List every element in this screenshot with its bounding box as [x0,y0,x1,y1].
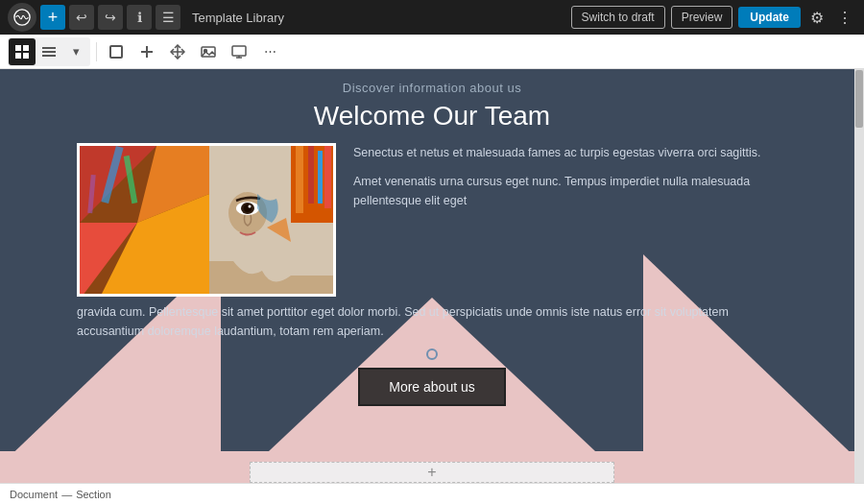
right-text-block: Senectus et netus et malesuada fames ac … [353,143,787,220]
scrollbar[interactable] [854,69,864,483]
more-options-icon[interactable]: ⋮ [833,9,856,27]
svg-rect-2 [23,45,29,51]
page-content: Discover information about us Welcome Ou… [0,69,864,504]
block-grid-view-button[interactable] [9,38,36,65]
status-section: Section [76,489,111,500]
block-monitor-button[interactable] [226,38,252,65]
top-bar: + ↩ ↪ ℹ ☰ Template Library Switch to dra… [0,0,864,35]
add-section-area[interactable]: + [250,462,614,483]
status-separator: — [61,489,72,500]
page-title: Welcome Our Team [314,101,550,132]
svg-rect-6 [42,51,56,53]
svg-rect-4 [23,53,29,59]
paragraph-2-partial: Amet venenatis urna cursus eget nunc. Te… [353,172,787,210]
page-subtitle: Discover information about us [343,81,521,95]
svg-point-32 [249,205,252,208]
undo-button[interactable]: ↩ [69,5,94,30]
svg-rect-3 [15,53,21,59]
svg-rect-35 [308,146,314,204]
svg-rect-34 [296,146,303,213]
block-type-group: ▾ [8,37,90,66]
block-square-button[interactable] [103,38,130,65]
canvas-area: Discover information about us Welcome Ou… [0,69,864,504]
editor-title: Template Library [192,11,284,25]
svg-rect-7 [42,55,56,57]
svg-rect-8 [110,46,122,58]
status-document: Document [10,489,58,500]
update-button[interactable]: Update [738,7,801,28]
paragraph-1: Senectus et netus et malesuada fames ac … [353,143,787,162]
info-button[interactable]: ℹ [127,5,152,30]
status-bar: Document — Section [0,483,864,504]
block-image-button[interactable] [195,38,222,65]
wordpress-logo[interactable] [8,3,36,32]
dot-indicator[interactable] [426,348,438,360]
toolbar-separator-1 [96,42,97,61]
full-paragraph: gravida cum. Pellentesque sit amet portt… [0,302,864,341]
settings-icon[interactable]: ⚙ [806,9,828,27]
add-section-icon: + [427,464,436,481]
toolbar-row: ▾ ⋯ [0,35,864,69]
top-bar-left: + ↩ ↪ ℹ ☰ Template Library [8,3,292,32]
canvas-wrapper: Discover information about us Welcome Ou… [0,69,864,504]
scrollbar-thumb [855,70,863,128]
preview-button[interactable]: Preview [671,6,733,29]
block-chevron-button[interactable]: ▾ [62,38,89,65]
content-row: Senectus et netus et malesuada fames ac … [0,143,864,297]
list-view-button[interactable]: ☰ [156,5,180,30]
svg-rect-15 [232,46,246,56]
block-move-button[interactable] [164,38,191,65]
more-about-button[interactable]: More about us [358,368,506,406]
svg-rect-36 [318,151,323,204]
top-bar-right: Switch to draft Preview Update ⚙ ⋮ [571,6,856,29]
add-block-button[interactable]: + [40,5,65,30]
svg-rect-37 [324,146,331,208]
block-list-view-button[interactable] [36,38,62,65]
svg-rect-5 [42,47,56,49]
team-image-inner [80,146,333,294]
block-plus-button[interactable] [133,38,160,65]
svg-rect-1 [15,45,21,51]
content-inner: Discover information about us Welcome Ou… [0,69,864,406]
redo-button[interactable]: ↪ [98,5,123,30]
block-more-button[interactable]: ⋯ [256,38,283,65]
switch-draft-button[interactable]: Switch to draft [571,6,665,29]
team-image[interactable] [77,143,336,297]
